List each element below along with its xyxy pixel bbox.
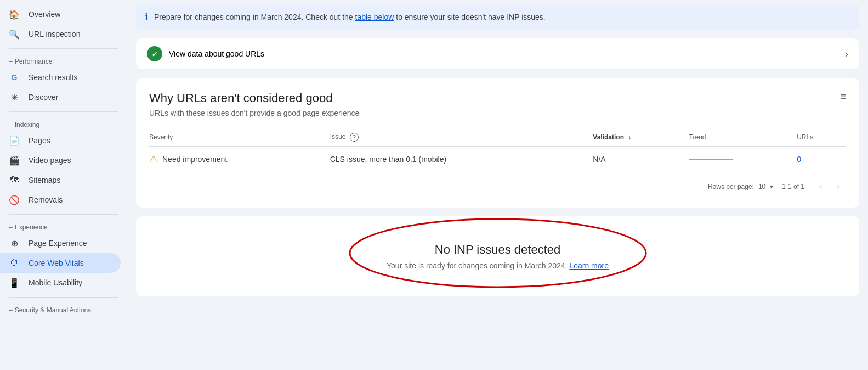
next-page-button[interactable]: ›: [831, 179, 846, 194]
page-experience-icon: ⊕: [9, 238, 20, 249]
banner-text: Prepare for changes coming in March 2024…: [154, 13, 546, 21]
no-inp-title: No INP issues detected: [149, 243, 846, 257]
sidebar-item-removals[interactable]: 🚫 Removals: [0, 190, 121, 210]
main-content: ℹ Prepare for changes coming in March 20…: [127, 0, 868, 370]
pagination-info: 1-1 of 1: [782, 183, 804, 190]
col-severity: Severity: [149, 128, 330, 147]
url-count-link[interactable]: 0: [797, 155, 801, 164]
rows-per-page-label: Rows per page:: [708, 183, 754, 190]
collapse-icon-4: –: [9, 306, 13, 314]
divider-2: [9, 111, 118, 112]
good-urls-inner: ✓ View data about good URLs: [147, 46, 264, 61]
table-body: ⚠ Need improvement CLS issue: more than …: [149, 147, 846, 172]
col-urls: URLs: [797, 128, 846, 147]
asterisk-icon: ✳: [9, 92, 20, 103]
performance-section-label: – Performance: [0, 53, 127, 68]
table-header-row: Severity Issue ? Validation ↓ Trend URLs: [149, 128, 846, 147]
card-header-text: Why URLs aren't considered good URLs wit…: [149, 91, 359, 128]
sidebar-video-pages-label: Video pages: [29, 156, 71, 165]
why-urls-card: Why URLs aren't considered good URLs wit…: [136, 78, 859, 208]
cell-urls: 0: [797, 147, 846, 172]
table-footer: Rows per page: 10 ▾ 1-1 of 1 ‹ ›: [149, 172, 846, 194]
removals-icon: 🚫: [9, 194, 20, 205]
mobile-icon: 📱: [9, 277, 20, 288]
security-section-label: – Security & Manual Actions: [0, 302, 127, 316]
sidebar-item-sitemaps[interactable]: 🗺 Sitemaps: [0, 170, 121, 190]
rows-per-page-dropdown-icon[interactable]: ▾: [770, 183, 773, 190]
rows-per-page-value: 10: [758, 183, 765, 190]
sidebar-search-results-label: Search results: [29, 73, 77, 82]
why-card-subtitle: URLs with these issues don't provide a g…: [149, 109, 359, 117]
video-icon: 🎬: [9, 155, 20, 166]
col-validation[interactable]: Validation ↓: [593, 128, 689, 147]
sidebar-page-experience-label: Page Experience: [29, 239, 87, 248]
no-inp-subtitle-text: Your site is ready for changes coming in…: [387, 261, 567, 270]
learn-more-link[interactable]: Learn more: [569, 261, 609, 270]
sidebar-mobile-usability-label: Mobile Usability: [29, 278, 82, 287]
check-circle-icon: ✓: [147, 46, 162, 61]
sidebar-item-url-inspection[interactable]: 🔍 URL inspection: [0, 24, 121, 44]
divider-1: [9, 48, 118, 49]
severity-label: Need improvement: [162, 155, 227, 164]
sidebar-url-inspection-label: URL inspection: [29, 30, 80, 38]
experience-section-label: – Experience: [0, 219, 127, 233]
cell-issue: CLS issue: more than 0.1 (mobile): [330, 147, 593, 172]
rows-per-page-control: Rows per page: 10 ▾: [708, 183, 773, 190]
banner-text-before: Prepare for changes coming in March 2024…: [154, 13, 353, 21]
issues-table: Severity Issue ? Validation ↓ Trend URLs: [149, 128, 846, 172]
collapse-icon: –: [9, 58, 13, 65]
sidebar-removals-label: Removals: [29, 195, 63, 204]
pagination-nav: ‹ ›: [813, 179, 846, 194]
sidebar-pages-label: Pages: [29, 136, 50, 145]
filter-icon[interactable]: ≡: [840, 91, 846, 103]
sidebar: 🏠 Overview 🔍 URL inspection – Performanc…: [0, 0, 127, 370]
card-header: Why URLs aren't considered good URLs wit…: [149, 91, 846, 128]
pages-icon: 📄: [9, 135, 20, 146]
severity-cell: ⚠ Need improvement: [149, 153, 324, 165]
sidebar-item-page-experience[interactable]: ⊕ Page Experience: [0, 233, 121, 253]
cell-trend: [689, 147, 797, 172]
google-icon: G: [9, 72, 20, 83]
collapse-icon-3: –: [9, 223, 13, 231]
sidebar-cwv-label: Core Web Vitals: [29, 259, 84, 267]
inp-banner: ℹ Prepare for changes coming in March 20…: [136, 4, 859, 30]
col-issue: Issue ?: [330, 128, 593, 147]
banner-text-after: to ensure your site doesn't have INP iss…: [396, 13, 545, 21]
no-inp-card: No INP issues detected Your site is read…: [136, 216, 859, 296]
sidebar-overview-label: Overview: [29, 10, 60, 19]
col-trend: Trend: [689, 128, 797, 147]
divider-4: [9, 297, 118, 298]
home-icon: 🏠: [9, 9, 20, 20]
indexing-section-label: – Indexing: [0, 116, 127, 131]
why-card-title: Why URLs aren't considered good: [149, 91, 359, 105]
sidebar-item-search-results[interactable]: G Search results: [0, 68, 121, 87]
no-inp-subtitle: Your site is ready for changes coming in…: [149, 261, 846, 270]
banner-link[interactable]: table below: [355, 13, 394, 21]
search-icon: 🔍: [9, 29, 20, 40]
sidebar-sitemaps-label: Sitemaps: [29, 176, 60, 184]
issue-help-icon[interactable]: ?: [350, 133, 359, 142]
prev-page-button[interactable]: ‹: [813, 179, 829, 194]
trend-line: [689, 159, 733, 160]
sidebar-item-mobile-usability[interactable]: 📱 Mobile Usability: [0, 273, 121, 293]
sidebar-item-overview[interactable]: 🏠 Overview: [0, 4, 121, 24]
cell-validation: N/A: [593, 147, 689, 172]
table-head: Severity Issue ? Validation ↓ Trend URLs: [149, 128, 846, 147]
core-web-vitals-wrapper: ⏱ Core Web Vitals: [0, 253, 127, 273]
info-icon: ℹ: [145, 11, 149, 23]
sidebar-item-pages[interactable]: 📄 Pages: [0, 131, 121, 150]
sidebar-item-core-web-vitals[interactable]: ⏱ Core Web Vitals: [0, 253, 121, 273]
sitemap-icon: 🗺: [9, 175, 20, 186]
sidebar-discover-label: Discover: [29, 93, 58, 102]
chevron-right-icon: ›: [845, 48, 848, 60]
cwv-icon: ⏱: [9, 257, 20, 268]
good-urls-text: View data about good URLs: [169, 49, 264, 58]
warning-triangle-icon: ⚠: [149, 153, 158, 165]
good-urls-card[interactable]: ✓ View data about good URLs ›: [136, 38, 859, 69]
sidebar-item-video-pages[interactable]: 🎬 Video pages: [0, 150, 121, 170]
divider-3: [9, 214, 118, 215]
collapse-icon-2: –: [9, 121, 13, 128]
table-row: ⚠ Need improvement CLS issue: more than …: [149, 147, 846, 172]
cell-severity: ⚠ Need improvement: [149, 147, 330, 172]
sidebar-item-discover[interactable]: ✳ Discover: [0, 87, 121, 107]
